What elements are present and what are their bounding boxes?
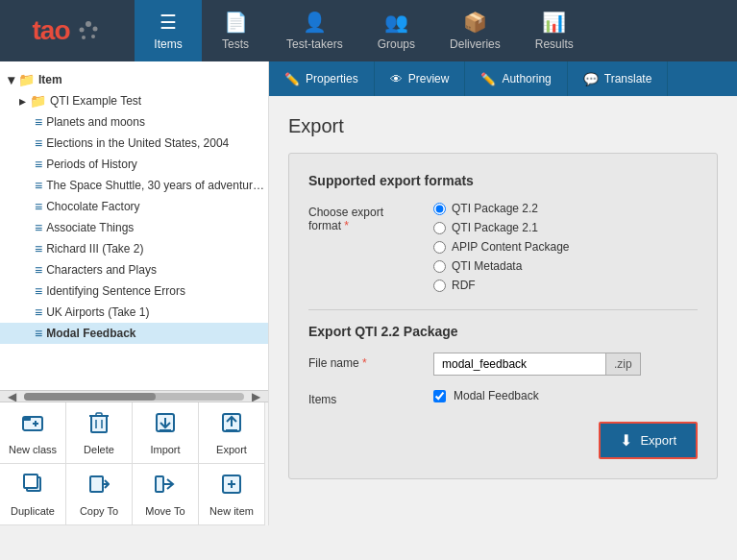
tree-item-label: The Space Shuttle, 30 years of adventur… xyxy=(46,179,264,192)
import-button[interactable]: Import xyxy=(133,402,199,464)
tree-root[interactable]: ▾ 📁 Item xyxy=(0,69,268,90)
format-option-rdf[interactable]: RDF xyxy=(433,279,570,292)
nav-item-tests[interactable]: 📄 Tests xyxy=(202,0,269,61)
tree-item-characters[interactable]: ≡ Characters and Plays xyxy=(0,259,268,280)
move-to-label: Move To xyxy=(145,505,184,517)
format-label: Choose export format * xyxy=(308,202,414,232)
tree-root-label: Item xyxy=(38,73,62,86)
tree-item-label: UK Airports (Take 1) xyxy=(46,305,149,319)
format-option-qti-meta[interactable]: QTI Metadata xyxy=(433,259,570,273)
radio-qti22-label: QTI Package 2.2 xyxy=(452,202,538,215)
svg-point-1 xyxy=(92,27,97,32)
items-checkbox[interactable] xyxy=(433,390,446,402)
items-label: Items xyxy=(308,389,414,406)
nav-label-deliveries: Deliveries xyxy=(450,37,501,51)
export-label: Export xyxy=(216,444,247,455)
tree-item-elections[interactable]: ≡ Elections in the United States, 2004 xyxy=(0,133,268,154)
supported-formats-title: Supported export formats xyxy=(308,173,698,188)
svg-rect-22 xyxy=(90,476,103,492)
new-class-button[interactable]: New class xyxy=(0,402,66,464)
export-box: Supported export formats Choose export f… xyxy=(288,153,718,479)
tree-item-planets[interactable]: ≡ Planets and moons xyxy=(0,111,268,133)
sub-navigation: ✏️ Properties 👁 Preview ✏️ Authoring 💬 T… xyxy=(269,61,737,96)
svg-point-2 xyxy=(91,35,95,38)
sidebar: ▾ 📁 Item ▸ 📁 QTI Example Test ≡ Planets … xyxy=(0,61,269,525)
tree-item-periods[interactable]: ≡ Periods of History xyxy=(0,154,268,175)
tree-item-uk-airports[interactable]: ≡ UK Airports (Take 1) xyxy=(0,302,268,323)
export-button[interactable]: Export xyxy=(199,402,265,464)
logo: tao xyxy=(33,15,70,46)
move-to-button[interactable]: Move To xyxy=(133,464,199,525)
groups-icon: 👥 xyxy=(384,11,408,34)
tree-item-chocolate[interactable]: ≡ Chocolate Factory xyxy=(0,196,268,217)
radio-qti21-label: QTI Package 2.1 xyxy=(452,221,538,234)
tree-toggle-icon: ▾ xyxy=(8,72,14,87)
format-option-qti22[interactable]: QTI Package 2.2 xyxy=(433,202,570,215)
svg-point-3 xyxy=(82,36,86,39)
tree-item-associate[interactable]: ≡ Associate Things xyxy=(0,217,268,238)
items-icon: ☰ xyxy=(160,11,177,34)
sub-nav-properties[interactable]: ✏️ Properties xyxy=(269,61,375,96)
copy-to-button[interactable]: Copy To xyxy=(66,464,133,525)
duplicate-button[interactable]: Duplicate xyxy=(0,464,66,525)
tree-item-qti-example[interactable]: ▸ 📁 QTI Example Test xyxy=(0,90,268,111)
item-icon: ≡ xyxy=(35,220,42,235)
export-submit-button[interactable]: ⬇ Export xyxy=(599,422,698,459)
new-item-button[interactable]: New item xyxy=(199,464,265,525)
duplicate-icon xyxy=(22,473,43,501)
svg-rect-9 xyxy=(91,416,107,432)
nav-item-deliveries[interactable]: 📦 Deliveries xyxy=(432,0,518,61)
tree-item-richard[interactable]: ≡ Richard III (Take 2) xyxy=(0,238,268,259)
radio-apip[interactable] xyxy=(433,241,446,254)
deliveries-icon: 📦 xyxy=(463,11,487,34)
tree-item-modal-feedback[interactable]: ≡ Modal Feedback xyxy=(0,323,268,344)
nav-label-groups: Groups xyxy=(378,37,415,51)
item-icon: ≡ xyxy=(35,199,42,214)
file-name-input[interactable] xyxy=(433,353,606,376)
tree-item-label: QTI Example Test xyxy=(50,94,141,108)
logo-area: tao xyxy=(0,0,135,61)
file-name-label: File name * xyxy=(308,353,414,370)
items-value: Modal Feedback xyxy=(454,389,539,402)
nav-label-results: Results xyxy=(535,37,574,51)
tree-item-label: Associate Things xyxy=(46,221,134,234)
radio-qti21[interactable] xyxy=(433,222,446,234)
svg-point-4 xyxy=(79,28,84,33)
tree-item-label: Chocolate Factory xyxy=(46,200,139,213)
sub-nav-authoring[interactable]: ✏️ Authoring xyxy=(465,61,567,96)
top-navigation: tao ☰ Items 📄 Tests 👤 Test-takers 👥 Grou… xyxy=(0,0,737,61)
sub-nav-preview[interactable]: 👁 Preview xyxy=(375,61,466,96)
tree-item-sentence-errors[interactable]: ≡ Identifying Sentence Errors xyxy=(0,280,268,302)
svg-rect-11 xyxy=(96,413,102,416)
radio-qti-meta[interactable] xyxy=(433,260,446,273)
test-takers-icon: 👤 xyxy=(303,11,327,34)
tree-item-shuttle[interactable]: ≡ The Space Shuttle, 30 years of adventu… xyxy=(0,175,268,196)
item-icon: ≡ xyxy=(35,241,42,256)
items-check-row: Modal Feedback xyxy=(433,389,539,402)
nav-item-groups[interactable]: 👥 Groups xyxy=(360,0,432,61)
nav-label-items: Items xyxy=(154,37,182,51)
toolbar: New class Delete xyxy=(0,402,268,525)
tree-scrollbar[interactable]: ◀ ▶ xyxy=(0,390,268,402)
results-icon: 📊 xyxy=(542,11,566,34)
format-radio-group: QTI Package 2.2 QTI Package 2.1 APIP Con… xyxy=(433,202,570,292)
format-option-apip[interactable]: APIP Content Package xyxy=(433,240,570,254)
folder-icon: 📁 xyxy=(30,93,46,109)
tree-item-label: Richard III (Take 2) xyxy=(46,242,143,256)
item-icon: ≡ xyxy=(35,304,42,320)
nav-item-test-takers[interactable]: 👤 Test-takers xyxy=(269,0,360,61)
items-form-row: Items Modal Feedback xyxy=(308,389,698,406)
export-btn-label: Export xyxy=(640,433,676,448)
sub-nav-translate[interactable]: 💬 Translate xyxy=(568,61,669,96)
root-folder-icon: 📁 xyxy=(18,72,35,87)
nav-item-results[interactable]: 📊 Results xyxy=(518,0,591,61)
delete-button[interactable]: Delete xyxy=(66,402,133,464)
format-option-qti21[interactable]: QTI Package 2.1 xyxy=(433,221,570,234)
radio-qti22[interactable] xyxy=(433,203,446,215)
file-name-row: File name * .zip xyxy=(308,353,698,376)
item-icon: ≡ xyxy=(35,157,42,172)
radio-rdf[interactable] xyxy=(433,280,446,292)
tree-item-label: Characters and Plays xyxy=(46,263,157,277)
nav-item-items[interactable]: ☰ Items xyxy=(135,0,202,61)
format-row: Choose export format * QTI Package 2.2 Q… xyxy=(308,202,698,292)
